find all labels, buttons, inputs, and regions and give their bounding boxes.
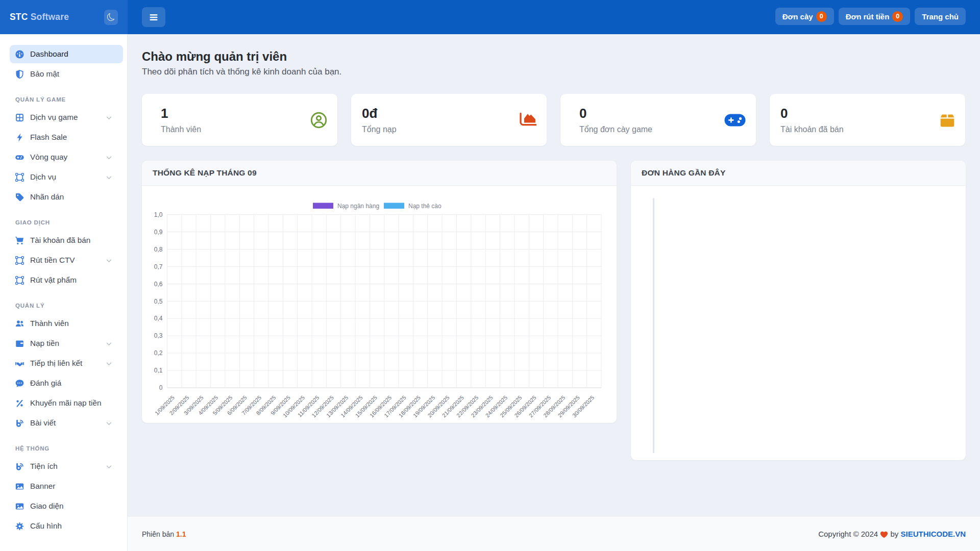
svg-text:1,0: 1,0 (154, 211, 163, 218)
svg-text:0,4: 0,4 (154, 315, 163, 322)
svg-text:Nạp ngân hàng: Nạp ngân hàng (337, 203, 379, 210)
svg-text:0,3: 0,3 (154, 332, 163, 339)
svg-text:0,1: 0,1 (154, 367, 163, 374)
svg-text:0,2: 0,2 (154, 349, 163, 357)
svg-text:0,6: 0,6 (154, 281, 163, 288)
svg-text:0,5: 0,5 (154, 298, 163, 305)
svg-text:0: 0 (159, 384, 163, 391)
svg-text:0,7: 0,7 (154, 263, 163, 270)
svg-text:0,8: 0,8 (154, 246, 163, 253)
svg-text:Nạp thẻ cào: Nạp thẻ cào (408, 203, 442, 210)
svg-text:0,9: 0,9 (154, 229, 163, 236)
